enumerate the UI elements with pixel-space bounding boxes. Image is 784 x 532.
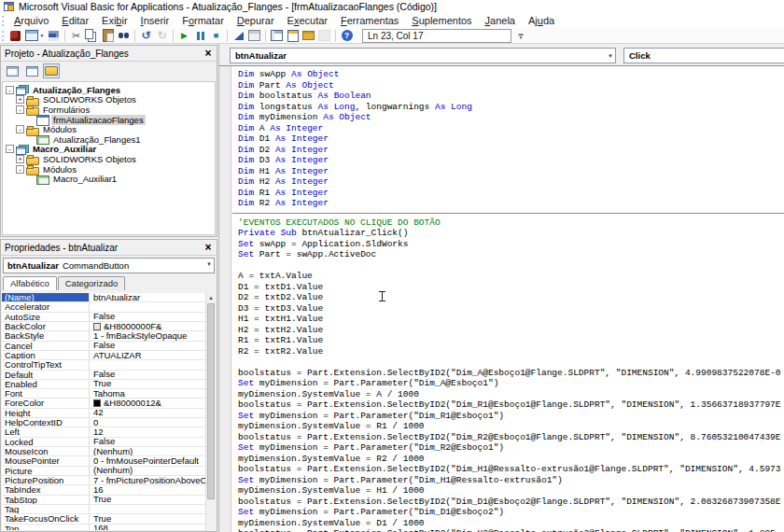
module-icon	[36, 134, 49, 144]
property-row[interactable]: Left12	[2, 427, 216, 437]
code-margin-bar[interactable]	[219, 66, 231, 532]
property-row[interactable]: FontTahoma	[2, 389, 216, 399]
toolbox-icon[interactable]	[301, 29, 316, 43]
property-row[interactable]: Tag	[2, 505, 216, 514]
tree-expander-icon[interactable]: +	[16, 95, 24, 104]
toolbar-options-icon[interactable]: ▬▼	[515, 29, 526, 43]
property-row[interactable]: TabIndex16	[2, 485, 216, 495]
properties-window-icon[interactable]	[285, 29, 301, 43]
menu-bar: ArquivoEditarExibirInserirFormatarDepura…	[0, 13, 784, 28]
cut-icon[interactable]	[68, 29, 84, 43]
tree-item[interactable]: +SOLIDWORKS Objetos	[3, 154, 215, 164]
color-swatch	[93, 399, 101, 407]
break-icon[interactable]	[192, 29, 208, 43]
tab-categorizado[interactable]: Categorizado	[58, 276, 126, 290]
menu-item-ferramentas[interactable]: Ferramentas	[334, 14, 405, 27]
project-explorer-icon[interactable]	[269, 29, 285, 43]
properties-panel-title: Propriedades - btnAtualizar	[5, 243, 118, 253]
property-row[interactable]: Accelerator	[2, 302, 216, 312]
view-host-app-icon[interactable]	[23, 29, 46, 43]
property-row[interactable]: TabStopTrue	[2, 496, 216, 505]
property-row[interactable]: BackStyle1 - fmBackStyleOpaque	[2, 331, 216, 341]
copy-icon[interactable]	[84, 29, 100, 43]
properties-object-dropdown[interactable]: btnAtualizar CommandButton ▼	[3, 258, 215, 273]
tree-expander-icon[interactable]: -	[6, 86, 14, 94]
property-row[interactable]: EnabledTrue	[2, 380, 216, 389]
menu-item-inserir[interactable]: Inserir	[134, 14, 176, 27]
run-icon[interactable]	[176, 29, 192, 43]
scrollbar-thumb[interactable]	[207, 303, 215, 499]
object-browser-icon[interactable]	[246, 29, 262, 43]
menu-item-executar[interactable]: Executar	[281, 14, 334, 27]
property-row[interactable]: PicturePosition7 - fmPicturePositionAbov…	[2, 476, 216, 485]
code-editor[interactable]: Dim swApp As ObjectDim Part As ObjectDim…	[232, 66, 784, 532]
tree-item[interactable]: -Macro_Auxiliar	[3, 145, 215, 155]
vba-app-icon[interactable]	[7, 29, 23, 43]
property-row[interactable]: HelpContextID0	[2, 418, 216, 427]
property-row[interactable]: CaptionATUALIZAR	[2, 351, 216, 360]
property-row[interactable]: AutoSizeFalse	[2, 313, 216, 322]
tree-item[interactable]: +SOLIDWORKS Objetos	[3, 95, 215, 105]
properties-panel-close-icon[interactable]: ×	[202, 241, 215, 254]
tree-expander-icon[interactable]: -	[16, 165, 24, 174]
property-value: 16	[90, 485, 216, 494]
property-row[interactable]: (Name)btnAtualizar	[2, 293, 216, 302]
code-line: boolstatus = Part.Extension.SelectByID2(…	[238, 399, 784, 411]
undo-icon[interactable]	[138, 29, 154, 43]
object-dropdown[interactable]: btnAtualizar ▼	[230, 48, 616, 63]
property-row[interactable]: LockedFalse	[2, 438, 216, 447]
property-row[interactable]: BackColor&H8000000F&	[2, 322, 216, 331]
tree-expander-icon[interactable]: -	[16, 105, 24, 114]
project-panel-header: Projeto - Atualização_Flanges ×	[1, 46, 217, 62]
paste-icon[interactable]	[100, 29, 116, 43]
property-row[interactable]: MousePointer0 - fmMousePointerDefault	[2, 456, 216, 466]
menu-item-janela[interactable]: Janela	[479, 14, 522, 27]
menu-item-ajuda[interactable]: Ajuda	[522, 14, 561, 27]
view-object-button[interactable]	[23, 63, 40, 78]
tree-item[interactable]: -Módulos	[3, 164, 215, 175]
property-row[interactable]: Picture(Nenhum)	[2, 467, 216, 476]
property-row[interactable]: MouseIcon(Nenhum)	[2, 447, 216, 456]
code-line: Dim D2 As Integer	[238, 145, 784, 156]
property-value: 7 - fmPicturePositionAboveCenter	[90, 476, 216, 484]
tree-item[interactable]: -Módulos	[3, 124, 215, 134]
property-row[interactable]: Height42	[2, 409, 216, 418]
tree-item[interactable]: frmAtualizacaoFlanges	[3, 115, 215, 125]
properties-scrollbar[interactable]: ▲	[205, 293, 216, 530]
menu-item-arquivo[interactable]: Arquivo	[7, 14, 55, 27]
code-line: Set myDimension = Part.Parameter("Dim_H1…	[238, 475, 784, 486]
property-row[interactable]: TakeFocusOnClickTrue	[2, 514, 216, 524]
property-row[interactable]: CancelFalse	[2, 342, 216, 351]
menu-item-exibir[interactable]: Exibir	[95, 14, 134, 27]
project-panel-close-icon[interactable]: ×	[202, 47, 215, 60]
tree-item[interactable]: -Atualização_Flanges	[3, 85, 215, 95]
menu-item-formatar[interactable]: Formatar	[175, 14, 231, 27]
tree-expander-icon[interactable]: +	[16, 155, 24, 163]
tree-expander-icon[interactable]: -	[16, 125, 24, 133]
reset-icon[interactable]	[208, 29, 224, 43]
find-icon[interactable]	[116, 29, 132, 43]
tree-item[interactable]: -Formulários	[3, 105, 215, 115]
menu-item-suplementos[interactable]: Suplementos	[405, 14, 478, 27]
property-row[interactable]: ControlTipText	[2, 360, 216, 370]
toggle-folders-button[interactable]	[43, 63, 60, 78]
window-title: Microsoft Visual Basic for Applications …	[19, 1, 437, 12]
view-code-button[interactable]	[4, 63, 21, 78]
scroll-up-icon[interactable]: ▲	[206, 293, 216, 302]
design-mode-icon[interactable]	[231, 29, 246, 43]
tab-alfabético[interactable]: Alfabético	[3, 276, 57, 290]
help-icon[interactable]	[339, 29, 355, 43]
folder-icon	[26, 154, 38, 163]
property-row[interactable]: ForeColor&H80000012&	[2, 399, 216, 408]
property-value: True	[90, 380, 216, 388]
event-dropdown[interactable]: Click ▼	[623, 48, 784, 63]
tree-item-label: Módulos	[41, 164, 78, 175]
property-row[interactable]: DefaultFalse	[2, 371, 216, 380]
menu-grip[interactable]	[2, 16, 5, 26]
tree-expander-icon[interactable]: -	[6, 145, 14, 153]
menu-item-editar[interactable]: Editar	[55, 14, 95, 27]
menu-item-depurar[interactable]: Depurar	[231, 14, 281, 27]
toolbar-grip[interactable]	[2, 31, 5, 41]
property-row[interactable]: Top168	[2, 525, 216, 531]
save-icon[interactable]	[46, 29, 62, 43]
